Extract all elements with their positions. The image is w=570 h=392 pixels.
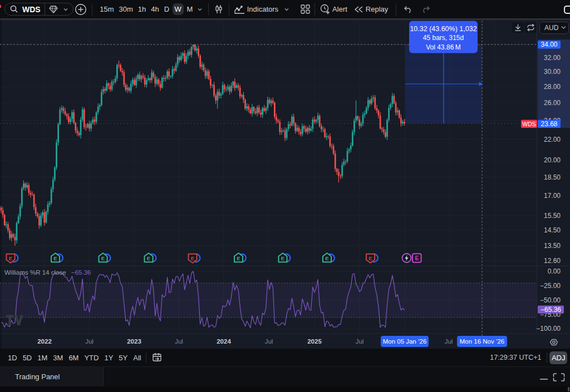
svg-text:−100.00: −100.00 — [536, 325, 561, 333]
svg-text:2025: 2025 — [307, 338, 322, 345]
svg-text:E: E — [325, 255, 328, 261]
svg-text:Jul: Jul — [356, 338, 364, 345]
svg-text:2023: 2023 — [127, 338, 141, 345]
svg-text:Jul: Jul — [175, 338, 183, 345]
svg-text:Vol 43.86 M: Vol 43.86 M — [426, 43, 460, 51]
svg-text:2024: 2024 — [217, 338, 231, 345]
svg-text:E: E — [53, 255, 57, 261]
svg-text:10.32 (43.60%) 1,032: 10.32 (43.60%) 1,032 — [410, 25, 476, 33]
svg-text:AUD: AUD — [544, 24, 559, 32]
svg-text:−50.00: −50.00 — [540, 296, 561, 304]
svg-text:Jul: Jul — [85, 338, 94, 345]
svg-text:E: E — [191, 255, 194, 261]
svg-text:45 bars, 315d: 45 bars, 315d — [423, 34, 464, 42]
svg-text:E: E — [368, 255, 372, 261]
svg-text:−65.36: −65.36 — [540, 306, 561, 314]
svg-text:Mon 16 Nov ’26: Mon 16 Nov ’26 — [460, 338, 505, 345]
svg-text:28.00: 28.00 — [544, 83, 561, 91]
svg-text:23.68: 23.68 — [540, 120, 557, 128]
svg-text:14.50: 14.50 — [544, 226, 561, 234]
svg-text:E: E — [9, 255, 12, 261]
svg-text:Jul: Jul — [265, 338, 273, 345]
svg-text:−25.00: −25.00 — [540, 282, 561, 290]
svg-text:WDS: WDS — [522, 121, 536, 127]
svg-text:E: E — [281, 255, 284, 261]
svg-text:18.50: 18.50 — [544, 173, 561, 181]
svg-text:13.50: 13.50 — [544, 242, 561, 250]
svg-text:E: E — [237, 255, 240, 261]
svg-text:Mon 05 Jan ’26: Mon 05 Jan ’26 — [383, 338, 427, 345]
svg-text:26.00: 26.00 — [544, 99, 561, 107]
svg-text:2022: 2022 — [37, 338, 52, 345]
svg-text:E: E — [147, 255, 150, 261]
svg-text:E: E — [415, 255, 419, 261]
svg-text:−65.36: −65.36 — [71, 269, 91, 276]
svg-text:17.00: 17.00 — [544, 192, 561, 200]
svg-text:22.00: 22.00 — [544, 136, 561, 143]
svg-text:32.00: 32.00 — [544, 54, 561, 62]
svg-text:34.00: 34.00 — [540, 41, 557, 48]
svg-text:0.00: 0.00 — [548, 267, 561, 275]
svg-text:E: E — [101, 255, 105, 261]
svg-text:Jul: Jul — [445, 338, 453, 345]
svg-text:Williams %R 14 close: Williams %R 14 close — [4, 269, 66, 276]
svg-text:15.50: 15.50 — [544, 212, 561, 220]
svg-text:12.60: 12.60 — [544, 257, 561, 265]
svg-text:20.00: 20.00 — [544, 156, 561, 164]
svg-text:30.00: 30.00 — [544, 68, 561, 76]
